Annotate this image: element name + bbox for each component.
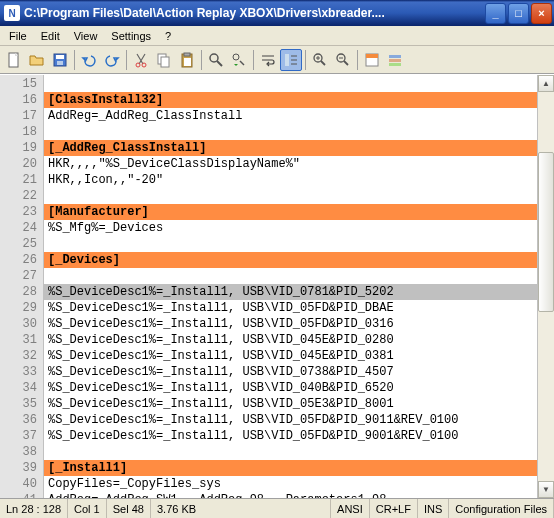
line-number: 39 [0, 460, 37, 476]
section-header-line[interactable]: [_AddReg_ClassInstall] [44, 140, 537, 156]
line-number: 35 [0, 396, 37, 412]
toolbar-separator [357, 50, 358, 70]
code-line[interactable]: %S_DeviceDesc1%=_Install1, USB\VID_0738&… [44, 364, 537, 380]
vertical-scrollbar[interactable]: ▲ ▼ [537, 75, 554, 498]
code-line[interactable]: %S_DeviceDesc1%=_Install1, USB\VID_040B&… [44, 380, 537, 396]
scheme-button[interactable] [361, 49, 383, 71]
code-line[interactable]: HKR,,Icon,,"-20" [44, 172, 537, 188]
maximize-button[interactable]: □ [508, 3, 529, 24]
line-number: 30 [0, 316, 37, 332]
word-wrap-button[interactable] [257, 49, 279, 71]
code-line[interactable]: %S_DeviceDesc1%=_Install1, USB\VID_05FD&… [44, 428, 537, 444]
save-button[interactable] [49, 49, 71, 71]
line-number: 25 [0, 236, 37, 252]
line-number: 20 [0, 156, 37, 172]
line-number: 31 [0, 332, 37, 348]
close-button[interactable]: × [531, 3, 552, 24]
line-number: 17 [0, 108, 37, 124]
replace-button[interactable] [228, 49, 250, 71]
line-number: 33 [0, 364, 37, 380]
line-number: 22 [0, 188, 37, 204]
code-line[interactable] [44, 124, 537, 140]
line-number: 38 [0, 444, 37, 460]
menu-edit[interactable]: Edit [34, 28, 67, 44]
svg-rect-7 [161, 57, 169, 67]
code-line[interactable]: %S_DeviceDesc1%=_Install1, USB\VID_0781&… [44, 284, 537, 300]
line-number: 34 [0, 380, 37, 396]
paste-button[interactable] [176, 49, 198, 71]
code-line[interactable]: %S_DeviceDesc1%=_Install1, USB\VID_05E3&… [44, 396, 537, 412]
svg-point-5 [142, 63, 146, 67]
toolbar-separator [305, 50, 306, 70]
line-number: 41 [0, 492, 37, 498]
code-line[interactable] [44, 76, 537, 92]
toolbar-separator [126, 50, 127, 70]
line-number: 37 [0, 428, 37, 444]
code-area[interactable]: [ClassInstall32]AddReg=_AddReg_ClassInst… [44, 75, 537, 498]
cut-button[interactable] [130, 49, 152, 71]
settings-button[interactable] [384, 49, 406, 71]
editor[interactable]: 1516171819202122232425262728293031323334… [0, 74, 554, 498]
status-filesize: 3.76 KB [151, 499, 331, 518]
line-number: 15 [0, 76, 37, 92]
menu-file[interactable]: File [2, 28, 34, 44]
scroll-track[interactable] [538, 92, 554, 481]
line-number: 16 [0, 92, 37, 108]
code-line[interactable]: AddReg=_AddReg_ClassInstall [44, 108, 537, 124]
line-numbers-button[interactable] [280, 49, 302, 71]
code-line[interactable] [44, 268, 537, 284]
section-header-line[interactable]: [_Install1] [44, 460, 537, 476]
undo-button[interactable] [78, 49, 100, 71]
code-line[interactable]: %S_DeviceDesc1%=_Install1, USB\VID_05FD&… [44, 300, 537, 316]
svg-line-24 [344, 61, 348, 65]
new-file-button[interactable] [3, 49, 25, 71]
svg-rect-9 [184, 53, 190, 56]
app-icon: N [4, 5, 20, 21]
copy-button[interactable] [153, 49, 175, 71]
find-button[interactable] [205, 49, 227, 71]
scroll-up-button[interactable]: ▲ [538, 75, 554, 92]
code-line[interactable]: HKR,,,,"%S_DeviceClassDisplayName%" [44, 156, 537, 172]
section-header-line[interactable]: [ClassInstall32] [44, 92, 537, 108]
code-line[interactable] [44, 236, 537, 252]
line-number: 28 [0, 284, 37, 300]
section-header-line[interactable]: [Manufacturer] [44, 204, 537, 220]
code-line[interactable]: %S_DeviceDesc1%=_Install1, USB\VID_05FD&… [44, 316, 537, 332]
menu-view[interactable]: View [67, 28, 105, 44]
svg-rect-2 [56, 55, 64, 59]
code-line[interactable] [44, 444, 537, 460]
code-line[interactable]: %S_DeviceDesc1%=_Install1, USB\VID_05FD&… [44, 412, 537, 428]
redo-button[interactable] [101, 49, 123, 71]
line-number: 19 [0, 140, 37, 156]
status-column: Col 1 [68, 499, 107, 518]
zoom-in-button[interactable] [309, 49, 331, 71]
section-header-line[interactable]: [_Devices] [44, 252, 537, 268]
line-number: 23 [0, 204, 37, 220]
zoom-out-button[interactable] [332, 49, 354, 71]
menu-settings[interactable]: Settings [104, 28, 158, 44]
status-encoding: ANSI [331, 499, 370, 518]
code-line[interactable] [44, 188, 537, 204]
line-number-gutter: 1516171819202122232425262728293031323334… [0, 75, 44, 498]
menu-help[interactable]: ? [158, 28, 178, 44]
code-line[interactable]: CopyFiles=_CopyFiles_sys [44, 476, 537, 492]
svg-line-12 [217, 61, 222, 66]
code-line[interactable]: AddReg=_AddReg_SW1, _AddReg_98, _Paramet… [44, 492, 537, 498]
title-bar: N C:\Program Files\Datel\Action Replay X… [0, 0, 554, 26]
minimize-button[interactable]: _ [485, 3, 506, 24]
toolbar-separator [74, 50, 75, 70]
code-line[interactable]: %S_Mfg%=_Devices [44, 220, 537, 236]
open-file-button[interactable] [26, 49, 48, 71]
code-line[interactable]: %S_DeviceDesc1%=_Install1, USB\VID_045E&… [44, 332, 537, 348]
status-mode: INS [418, 499, 449, 518]
svg-rect-10 [184, 58, 191, 66]
scroll-thumb[interactable] [538, 152, 554, 312]
status-filetype: Configuration Files [449, 499, 554, 518]
scroll-down-button[interactable]: ▼ [538, 481, 554, 498]
svg-rect-27 [389, 55, 401, 58]
status-position: Ln 28 : 128 [0, 499, 68, 518]
line-number: 24 [0, 220, 37, 236]
code-line[interactable]: %S_DeviceDesc1%=_Install1, USB\VID_045E&… [44, 348, 537, 364]
line-number: 40 [0, 476, 37, 492]
window-buttons: _ □ × [485, 3, 552, 24]
